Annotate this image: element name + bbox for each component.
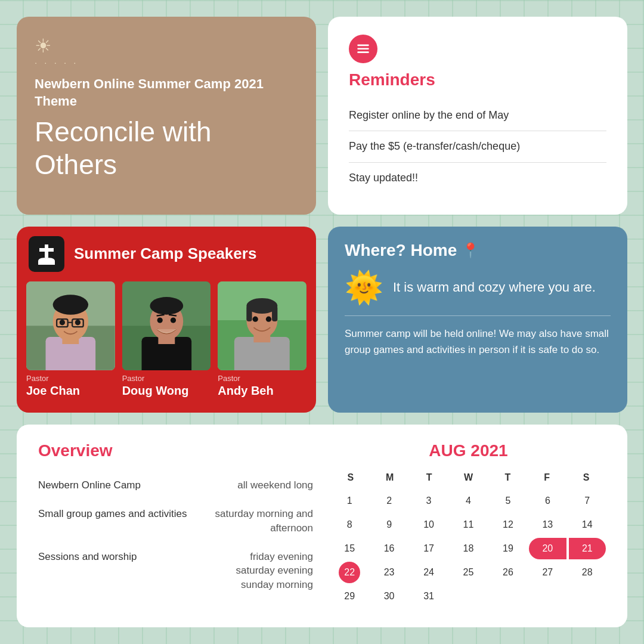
cal-19: 19	[497, 538, 519, 559]
overview-table: Newbern Online Camp all weekend long Sma…	[38, 472, 313, 598]
cal-4: 4	[457, 490, 479, 512]
calendar-title: AUG 2021	[331, 441, 606, 460]
cal-13: 13	[537, 514, 558, 535]
calendar-day-headers: S M T W T F S	[331, 470, 606, 485]
svg-point-10	[53, 295, 88, 314]
cal-27: 27	[537, 562, 558, 583]
cal-25: 25	[457, 562, 479, 583]
svg-point-15	[75, 320, 80, 325]
speakers-header: Summer Camp Speakers	[17, 227, 316, 281]
svg-point-35	[266, 316, 271, 321]
cal-day-t2: T	[488, 470, 527, 485]
speakers-header-title: Summer Camp Speakers	[74, 244, 256, 263]
overview-row-2: Small group games and activities saturda…	[38, 499, 313, 541]
reminders-icon	[349, 35, 377, 63]
speaker-photo-joe	[26, 281, 115, 370]
cal-10: 10	[418, 514, 439, 535]
cal-9: 9	[379, 514, 400, 535]
cal-29: 29	[339, 586, 360, 607]
cal-23: 23	[379, 562, 400, 583]
bottom-section: Overview Newbern Online Camp all weekend…	[17, 425, 627, 627]
overview-time-2: saturday morning and afternoon	[190, 499, 313, 541]
cal-15: 15	[339, 538, 360, 559]
svg-point-34	[253, 316, 258, 321]
cal-empty-1	[457, 586, 479, 607]
calendar-body: 1 2 3 4 5 6 7 8 9 10 11 12 13 14 15 16 1…	[331, 490, 606, 607]
cal-day-s1: S	[331, 470, 370, 485]
cal-11: 11	[457, 514, 479, 535]
svg-rect-33	[272, 306, 277, 321]
cal-day-f: F	[527, 470, 566, 485]
overview-event-1: Newbern Online Camp	[38, 472, 190, 499]
svg-rect-0	[357, 44, 369, 46]
reminders-title: Reminders	[349, 70, 606, 89]
reminder-item-2: Pay the $5 (e-transfer/cash/cheque)	[349, 131, 606, 162]
where-header: Where? Home 📍	[345, 241, 611, 260]
cal-7: 7	[577, 490, 598, 512]
theme-subtitle: Newbern Online Summer Camp 2021 Theme	[35, 76, 298, 110]
cal-30: 30	[379, 586, 400, 607]
cal-day-t1: T	[410, 470, 449, 485]
church-logo	[29, 236, 64, 272]
svg-rect-4	[39, 248, 54, 252]
cal-empty-4	[577, 586, 598, 607]
cal-day-m: M	[370, 470, 410, 485]
speaker-role-andy: Pastor	[218, 374, 306, 383]
cal-day-s2: S	[566, 470, 606, 485]
calendar-section: AUG 2021 S M T W T F S 1 2 3 4 5 6 7 8	[331, 441, 606, 611]
cal-24: 24	[418, 562, 439, 583]
reminder-item-1: Register online by the end of May	[349, 100, 606, 131]
overview-row-1: Newbern Online Camp all weekend long	[38, 472, 313, 499]
location-pin-icon: 📍	[462, 242, 479, 259]
speaker-joe: Pastor Joe Chan	[26, 281, 115, 398]
overview-title: Overview	[38, 441, 313, 460]
reminder-item-3: Stay updated!!	[349, 163, 606, 193]
cal-empty-3	[537, 586, 558, 607]
cal-28: 28	[577, 562, 598, 583]
cal-21: 21	[569, 538, 606, 559]
speakers-photos: Pastor Joe Chan	[17, 281, 316, 410]
svg-point-24	[157, 317, 162, 323]
speaker-name-joe: Joe Chan	[26, 384, 115, 398]
speaker-name-andy: Andy Beh	[218, 384, 306, 398]
where-description: Summer camp will be held online! We may …	[345, 326, 611, 358]
cal-5: 5	[497, 490, 519, 512]
svg-point-25	[171, 317, 176, 323]
overview-time-3: friday evening saturday evening sunday m…	[190, 541, 313, 598]
overview-section: Overview Newbern Online Camp all weekend…	[38, 441, 313, 611]
cal-6: 6	[537, 490, 558, 512]
cal-8: 8	[339, 514, 360, 535]
speaker-andy: Pastor Andy Beh	[218, 281, 306, 398]
svg-point-14	[60, 320, 65, 325]
overview-event-2: Small group games and activities	[38, 499, 190, 541]
cal-3: 3	[418, 490, 439, 512]
cal-20: 20	[529, 538, 566, 559]
overview-event-3: Sessions and worship	[38, 541, 190, 598]
cal-18: 18	[457, 538, 479, 559]
speaker-photo-doug	[122, 281, 211, 370]
overview-time-1: all weekend long	[190, 472, 313, 499]
where-warm: 🌞 It is warm and cozy where you are.	[345, 270, 611, 316]
main-container: ☀ · · · · · Newbern Online Summer Camp 2…	[0, 0, 644, 644]
svg-rect-1	[357, 48, 369, 49]
speaker-photo-andy	[218, 281, 306, 370]
svg-rect-32	[247, 306, 252, 321]
theme-title: Reconcile with Others	[35, 116, 298, 181]
cal-16: 16	[379, 538, 400, 559]
sun-icon: 🌞	[345, 270, 383, 306]
speaker-role-joe: Pastor	[26, 374, 115, 383]
cal-2: 2	[379, 490, 400, 512]
cal-day-w: W	[449, 470, 488, 485]
speaker-doug: Pastor Doug Wong	[122, 281, 211, 398]
where-title: Where? Home	[345, 241, 457, 260]
theme-card: ☀ · · · · · Newbern Online Summer Camp 2…	[17, 17, 316, 215]
svg-rect-2	[357, 51, 369, 53]
where-card: Where? Home 📍 🌞 It is warm and cozy wher…	[328, 227, 627, 413]
speaker-name-doug: Doug Wong	[122, 384, 211, 398]
cal-26: 26	[497, 562, 519, 583]
cal-14: 14	[577, 514, 598, 535]
warm-text: It is warm and cozy where you are.	[393, 279, 596, 296]
cal-12: 12	[497, 514, 519, 535]
svg-point-21	[150, 297, 183, 315]
cal-17: 17	[418, 538, 439, 559]
